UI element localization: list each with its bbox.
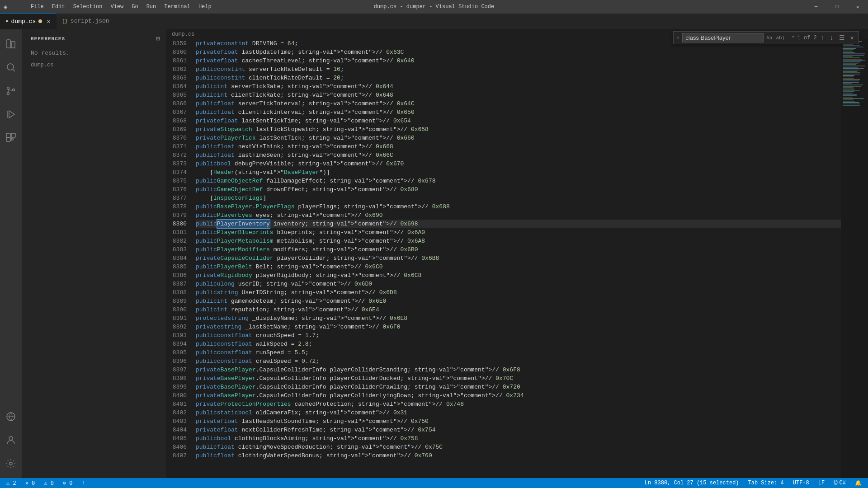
code-line-8386: private Rigidbody playerRigidbody; strin… (196, 271, 841, 280)
activity-icon-accounts[interactable] (0, 429, 22, 451)
minimap-line (843, 102, 859, 103)
activity-icon-source-control[interactable] (0, 80, 22, 102)
minimap-line (843, 84, 863, 85)
minimap-line (843, 55, 864, 56)
code-line-8373: public bool debugPrevVisible; string-val… (196, 160, 841, 168)
code-line-8407: public float clothingWaterSpeedBonus; st… (196, 451, 841, 460)
find-prev-button[interactable]: ↑ (819, 33, 826, 42)
menu-edit[interactable]: Edit (48, 3, 69, 11)
status-errors[interactable]: ⚠ 2 (5, 480, 18, 487)
minimap-line (843, 66, 865, 66)
status-sync[interactable]: ↑ (80, 480, 87, 486)
editor-area: dump.cs › Aa ab| .* 1 of 2 ↑ ↓ ☰ ✕ 83598… (166, 29, 868, 478)
code-line-8389: public int gamemodeteam; string-val">"co… (196, 297, 841, 305)
activity-bar (0, 29, 22, 478)
code-line-8379: public PlayerEyes eyes; string-val">"com… (196, 211, 841, 220)
code-line-8391: protected string _displayName; string-va… (196, 314, 841, 323)
title-bar: ◈ File Edit Selection View Go Run Termin… (0, 0, 868, 14)
minimap-line (843, 103, 860, 104)
minimap-line (843, 95, 857, 96)
minimap-line (843, 45, 860, 46)
code-line-8364: public int serverTickRate; string-val">"… (196, 82, 841, 91)
minimap-line (843, 98, 864, 99)
find-regex-btn[interactable]: .* (788, 35, 795, 41)
minimap-line (843, 97, 853, 98)
find-input[interactable] (682, 33, 764, 42)
minimap-line (843, 82, 859, 83)
minimap-line (843, 48, 856, 49)
status-encoding[interactable]: UTF-8 (791, 480, 811, 486)
svg-point-2 (7, 64, 14, 70)
code-line-8405: public bool clothingBlocksAiming; string… (196, 434, 841, 443)
code-editor[interactable]: 8359836083618362836383648365836683678368… (166, 39, 868, 478)
activity-icon-run[interactable] (0, 103, 22, 125)
code-line-8396: public const float crawlSpeed = 0.72; (196, 357, 841, 366)
app-icon: ◈ (4, 3, 7, 11)
find-list-button[interactable]: ☰ (837, 33, 847, 42)
code-line-8388: public string UserIDString; string-val">… (196, 288, 841, 297)
svg-rect-12 (6, 133, 10, 137)
status-warnings[interactable]: ✕ 0 (24, 480, 37, 487)
code-line-8397: private BasePlayer.CapsuleColliderInfo p… (196, 366, 841, 374)
find-count: 1 of 2 (797, 35, 817, 41)
minimap-line (843, 78, 854, 79)
minimap-line (843, 75, 854, 76)
minimap-line (843, 74, 860, 75)
tab-dump-cs[interactable]: ● dump.cs ✕ (0, 13, 57, 29)
close-button[interactable]: ✕ (847, 0, 868, 14)
svg-point-4 (7, 87, 9, 89)
minimap-line (843, 72, 860, 73)
activity-icon-extensions[interactable] (0, 127, 22, 149)
minimap-line (843, 68, 864, 69)
status-language[interactable]: © C# (832, 479, 848, 487)
maximize-button[interactable]: □ (826, 0, 847, 14)
minimap-line (843, 76, 854, 77)
find-next-button[interactable]: ↓ (828, 33, 835, 42)
menu-selection[interactable]: Selection (70, 3, 106, 11)
tab-json-label: script.json (71, 18, 109, 24)
code-line-8383: public PlayerModifiers modifiers; string… (196, 245, 841, 254)
code-line-8372: public float lastTimeSeen; string-val">"… (196, 151, 841, 160)
find-match-case-btn[interactable]: Aa (765, 35, 773, 41)
status-bell[interactable]: 🔔 (853, 480, 863, 487)
status-line-ending[interactable]: LF (816, 480, 826, 486)
minimap-line (843, 105, 860, 106)
status-hints[interactable]: ⊙ 0 (61, 480, 75, 487)
code-content[interactable]: private const int DRIVING = 64; private … (191, 39, 841, 478)
minimize-button[interactable]: ─ (806, 0, 826, 14)
menu-terminal[interactable]: Terminal (160, 3, 194, 11)
minimap-line (843, 52, 855, 53)
minimap-line (843, 49, 854, 50)
activity-icon-explorer[interactable] (0, 33, 22, 55)
status-position[interactable]: Ln 8380, Col 27 (15 selected) (643, 480, 741, 486)
activity-icon-settings[interactable] (0, 453, 22, 474)
find-close-button[interactable]: ✕ (849, 33, 856, 42)
code-line-8384: private CapsuleCollider playerCollider; … (196, 254, 841, 263)
menu-run[interactable]: Run (143, 3, 160, 11)
find-whole-word-btn[interactable]: ab| (775, 35, 786, 41)
minimap-line (843, 61, 861, 62)
sidebar-filename: dump.cs (31, 62, 53, 68)
status-bar-right: Ln 8380, Col 27 (15 selected) Tab Size: … (643, 479, 863, 487)
menu-view[interactable]: View (107, 3, 127, 11)
menu-file[interactable]: File (27, 3, 47, 11)
tab-json-icon: {} (62, 19, 68, 24)
code-line-8400: private BasePlayer.CapsuleColliderInfo p… (196, 391, 841, 400)
sidebar-toggle-icon[interactable]: ⊡ (156, 35, 160, 42)
tab-script-json[interactable]: {} script.json (57, 13, 115, 29)
minimap-line (843, 56, 853, 57)
svg-point-14 (9, 436, 13, 440)
code-line-8392: private string _lastSetName; string-val"… (196, 323, 841, 331)
tab-close-button[interactable]: ✕ (47, 18, 50, 25)
svg-rect-0 (7, 40, 10, 48)
menu-go[interactable]: Go (128, 3, 142, 11)
code-line-8378: public BasePlayer.PlayerFlags playerFlag… (196, 202, 841, 211)
status-tab-size[interactable]: Tab Size: 4 (746, 480, 786, 486)
find-expand-icon[interactable]: › (676, 35, 679, 41)
minimap-line (843, 67, 858, 68)
menu-help[interactable]: Help (195, 3, 215, 11)
activity-icon-remote[interactable] (0, 406, 22, 427)
activity-icon-search[interactable] (0, 56, 22, 78)
status-info[interactable]: ⚠ 0 (42, 480, 56, 487)
minimap-line (843, 79, 860, 80)
